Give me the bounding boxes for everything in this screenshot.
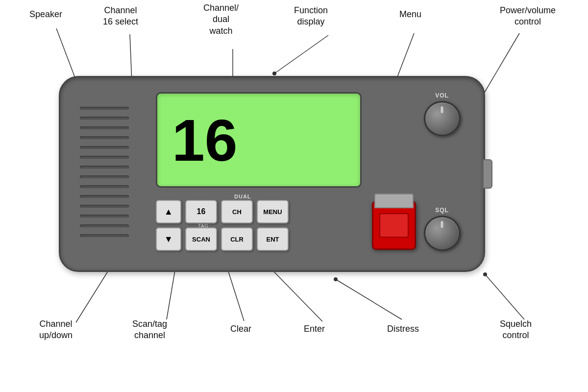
speaker-line (80, 185, 129, 188)
svg-line-10 (483, 33, 519, 96)
menu-button[interactable]: MENU (257, 200, 289, 223)
label-channel16: Channel16 select (103, 5, 138, 28)
clr-button[interactable]: CLR (221, 227, 253, 251)
ch-button[interactable]: CH (221, 200, 253, 223)
speaker-line (80, 205, 129, 208)
speaker-line (80, 234, 129, 237)
speaker-line (80, 175, 129, 178)
label-enter: Enter (304, 323, 325, 335)
label-power-volume: Power/volumecontrol (500, 5, 556, 28)
side-connector (483, 159, 492, 189)
distress-flap (374, 194, 414, 208)
label-channel-updown: Channelup/down (39, 318, 73, 342)
label-menu: Menu (399, 9, 421, 20)
svg-line-22 (485, 274, 524, 319)
vol-knob-area: VOL (420, 92, 464, 136)
channel-display: 16 (172, 111, 237, 170)
speaker-line (80, 107, 129, 110)
svg-point-7 (272, 72, 276, 75)
speaker-line (80, 166, 129, 169)
channel-down-button[interactable]: ▼ (156, 227, 181, 251)
button-area: ▲ 16 CH MENU ▼ SCAN CLR ENT (156, 200, 362, 251)
speaker-line (80, 195, 129, 198)
svg-line-6 (274, 35, 328, 74)
label-clear: Clear (230, 323, 251, 335)
scan-button[interactable]: SCAN (185, 227, 217, 251)
sql-knob-area: SQL (420, 207, 464, 251)
distress-inner (379, 213, 409, 238)
svg-point-21 (334, 277, 338, 281)
ent-button[interactable]: ENT (257, 227, 289, 251)
channel16-button[interactable]: 16 (185, 200, 217, 223)
radio-device: 16 DUAL TAG ▲ 16 CH MENU ▼ SCAN CLR ENT (59, 76, 485, 272)
speaker-line (80, 117, 129, 120)
svg-line-20 (336, 279, 402, 319)
speaker-line (80, 136, 129, 139)
button-row-top: ▲ 16 CH MENU (156, 200, 362, 223)
label-scan-tag: Scan/tagchannel (132, 318, 167, 342)
label-squelch: Squelchcontrol (500, 318, 532, 342)
display-screen: 16 (156, 92, 362, 188)
diagram-container: Speaker Channel16 select Channel/dualwat… (0, 0, 588, 392)
speaker-line (80, 146, 129, 149)
button-row-bottom: ▼ SCAN CLR ENT (156, 227, 362, 251)
channel-up-button[interactable]: ▲ (156, 200, 181, 223)
speaker-grille (75, 97, 134, 254)
sql-knob[interactable] (424, 216, 461, 251)
label-distress: Distress (387, 323, 419, 335)
svg-point-23 (483, 272, 487, 276)
speaker-line (80, 224, 129, 227)
label-channel-dual: Channel/dualwatch (203, 2, 239, 37)
speaker-line (80, 215, 129, 218)
vol-knob[interactable] (424, 101, 461, 136)
vol-label: VOL (435, 92, 449, 99)
sql-label: SQL (435, 207, 449, 214)
dual-label: DUAL (234, 194, 251, 199)
label-function-display: Functiondisplay (294, 5, 328, 28)
speaker-line (80, 126, 129, 129)
label-speaker: Speaker (29, 9, 62, 20)
distress-button[interactable] (372, 201, 416, 250)
speaker-line (80, 156, 129, 159)
